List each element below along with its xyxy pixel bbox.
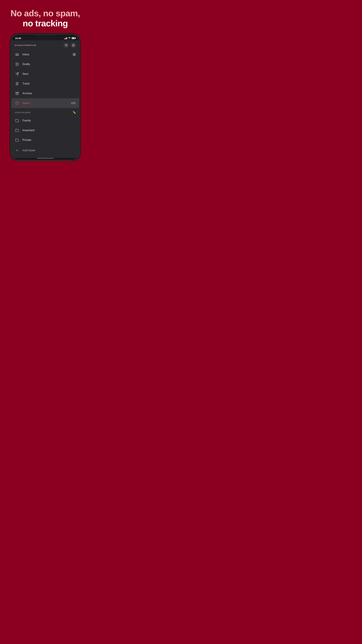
nav-item-archive[interactable]: Archive — [11, 88, 79, 98]
add-folder-item[interactable]: + Add folder — [11, 146, 79, 155]
phone-notch — [34, 35, 56, 40]
svg-rect-13 — [15, 92, 18, 93]
edit-folders-icon[interactable]: ✏️ — [73, 111, 76, 114]
header-icons — [63, 42, 76, 48]
status-icons — [64, 37, 76, 39]
svg-text:+: + — [16, 84, 17, 86]
svg-rect-0 — [65, 44, 67, 44]
svg-rect-1 — [65, 45, 67, 45]
folder-item-private[interactable]: Private — [11, 135, 79, 145]
spam-badge: 173 — [70, 101, 76, 105]
inbox-label: Inbox — [22, 53, 72, 56]
drafts-label: Drafts — [22, 62, 76, 66]
trash-icon: + — [14, 81, 20, 86]
nav-item-sent[interactable]: Sent — [11, 69, 79, 79]
sent-label: Sent — [22, 72, 76, 76]
app-header: ALICE@TUTANOTA.DE — [11, 40, 79, 50]
account-email: ALICE@TUTANOTA.DE — [14, 44, 36, 46]
folder-icon-private — [14, 137, 20, 143]
nav-item-inbox[interactable]: Inbox 1 — [11, 50, 79, 59]
inbox-icon — [14, 52, 20, 57]
phone-frame: 14:44 ALICE@TUTANOTA.DE — [10, 34, 80, 161]
headline-section: No ads, no spam, no tracking — [4, 0, 87, 34]
add-folder-icon: + — [14, 148, 20, 153]
folders-section-header: YOUR FOLDERS ✏️ — [11, 108, 79, 116]
signal-icon — [64, 37, 67, 39]
status-time: 14:44 — [15, 37, 21, 40]
nav-item-trash[interactable]: + Trash — [11, 79, 79, 88]
nav-item-drafts[interactable]: Drafts — [11, 59, 79, 69]
folders-title: YOUR FOLDERS — [14, 112, 31, 114]
compose-button[interactable] — [71, 42, 76, 48]
folder-item-important[interactable]: Important — [11, 126, 79, 135]
sent-icon — [14, 71, 20, 77]
inbox-badge: 1 — [72, 53, 76, 56]
wifi-icon — [68, 37, 70, 39]
folder-label-family: Family — [22, 119, 31, 122]
filter-button[interactable] — [63, 42, 69, 48]
spam-icon — [14, 100, 20, 106]
headline-line2: no tracking — [23, 18, 68, 28]
drafts-icon — [14, 62, 20, 67]
folder-label-important: Important — [22, 129, 34, 132]
archive-icon — [14, 91, 20, 96]
svg-point-3 — [66, 45, 67, 46]
folder-item-family[interactable]: Family — [11, 116, 79, 126]
folder-icon-family — [14, 118, 20, 123]
nav-item-spam[interactable]: Spam 173 — [11, 98, 79, 108]
trash-label: Trash — [22, 82, 76, 85]
headline-line1: No ads, no spam, — [10, 8, 80, 18]
folder-icon-important — [14, 128, 20, 133]
app-content: ALICE@TUTANOTA.DE — [11, 40, 79, 158]
add-folder-label: Add folder — [22, 149, 35, 152]
spam-label: Spam — [22, 102, 70, 105]
folder-label-private: Private — [22, 138, 31, 142]
compose-icon — [72, 44, 75, 46]
filter-icon — [65, 44, 67, 46]
archive-label: Archive — [22, 92, 76, 95]
home-indicator — [37, 158, 54, 159]
battery-icon — [72, 37, 75, 39]
headline-text: No ads, no spam, no tracking — [10, 8, 80, 28]
